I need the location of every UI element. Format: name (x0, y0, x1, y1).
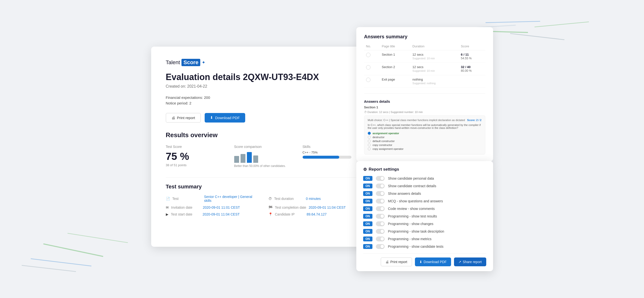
col-score: Score (459, 43, 485, 50)
settings-label-1: Show candidate contract details (388, 184, 436, 188)
flag-icon: 🏁 (268, 206, 272, 209)
clock-icon: ⏱ (268, 197, 272, 201)
radio-icon (368, 140, 371, 143)
invitation-label: Invitation date (171, 206, 200, 209)
location-icon: 📍 (268, 212, 272, 216)
table-row: Section 1 12 secs Suggested: 10 min 6 / … (364, 50, 485, 62)
option-text: copy constructor (373, 144, 392, 146)
list-item: destructor (368, 136, 482, 139)
skills-bar-label: C++ - 75% (302, 151, 361, 154)
ip-label: Candidate IP (275, 212, 304, 216)
settings-label-4: Code review - show comments (388, 207, 435, 211)
toggle-on-2[interactable]: ON (363, 191, 372, 196)
settings-download-button[interactable]: ⬇ Download PDF (415, 258, 451, 266)
printer-icon: 🖨 (172, 116, 175, 120)
toggle-on-3[interactable]: ON (363, 199, 372, 204)
skills-bar-track (302, 156, 352, 159)
test-icon: 📄 (166, 197, 170, 201)
summary-grid: 📄 Test Senior C++ developer | General sk… (166, 195, 361, 216)
option-text: destructor (373, 136, 385, 139)
toggle-slider-5[interactable] (376, 214, 385, 219)
question-header: Multi choice: C++ | Special class member… (368, 119, 482, 122)
settings-card: ⚙ Report settings ON Show candidate pers… (356, 161, 493, 271)
toggle-on-1[interactable]: ON (363, 184, 372, 188)
duration-value: 0 minutes (306, 197, 321, 201)
settings-label-7: Programming - show task description (388, 229, 444, 233)
eval-actions: 🖨 Print report ⬇ Download PDF (166, 113, 361, 122)
settings-row: ON MCQ - show questions and answers (363, 199, 486, 204)
toggle-on-4[interactable]: ON (363, 206, 372, 211)
duration-label: Test duration (274, 197, 304, 201)
score-comparison-bars (234, 151, 293, 163)
toggle-slider-9[interactable] (376, 244, 385, 249)
answers-divider (364, 93, 485, 94)
bar-4 (253, 155, 258, 163)
settings-row: ON Show candidate personal data (363, 176, 486, 181)
test-score-label: Test Score (166, 145, 224, 149)
settings-row: ON Programming - show task description (363, 229, 486, 234)
settings-row: ON Programming - show changes (363, 221, 486, 226)
toggle-slider-1[interactable] (376, 184, 385, 188)
share-icon: ↗ (458, 260, 461, 264)
radio-icon (368, 132, 371, 135)
printer-small-icon: 🖨 (385, 260, 389, 264)
envelope-icon: ✉ (166, 206, 169, 209)
settings-actions: 🖨 Print report ⬇ Download PDF ↗ Share re… (363, 253, 486, 266)
completion-label: Test completion date (275, 206, 306, 209)
results-overview-title: Results overview (166, 131, 361, 139)
settings-row: ON Show answers details (363, 191, 486, 196)
toggle-on-8[interactable]: ON (363, 237, 372, 241)
radio-icon (368, 136, 371, 139)
test-summary-title: Test summary (166, 184, 361, 190)
toggle-slider-8[interactable] (376, 237, 385, 241)
summary-duration: ⏱ Test duration 0 minutes (268, 195, 361, 203)
row-duration: 12 secs Suggested: 10 min (410, 50, 459, 62)
option-text: copy assignment operator (373, 147, 404, 150)
bar-1 (234, 156, 239, 163)
settings-row: ON Programming - show metrics (363, 237, 486, 241)
settings-label-8: Programming - show metrics (388, 237, 432, 241)
settings-row: ON Programming - show candidate tests (363, 244, 486, 249)
evaluation-card: Talent Score ✦ Evaluation details 2QXW-U… (151, 47, 376, 247)
answers-summary-title: Answers summary (364, 34, 485, 39)
row-score (459, 75, 485, 87)
print-report-button[interactable]: 🖨 Print report (166, 113, 201, 122)
row-page: Section 1 (380, 50, 410, 62)
brand-header: Talent Score ✦ (166, 59, 361, 66)
answers-details-section: Answers details Section 1 ⏱ Duration: 12… (364, 93, 485, 154)
toggle-on-5[interactable]: ON (363, 214, 372, 219)
bar-2 (240, 154, 246, 163)
row-no (364, 75, 380, 87)
download-pdf-button[interactable]: ⬇ Download PDF (205, 113, 245, 122)
toggle-on-6[interactable]: ON (363, 221, 372, 226)
brand-talent-label: Talent (166, 59, 180, 66)
toggle-on-9[interactable]: ON (363, 244, 372, 249)
completion-value: 2020-09-01 11:04 CEST (309, 206, 346, 209)
toggle-slider-7[interactable] (376, 229, 385, 234)
skills-label: Skills (302, 145, 361, 149)
skills-bar-fill (302, 156, 339, 159)
list-item: default constructor (368, 140, 482, 143)
eval-created-date: Created on: 2021-04-22 (166, 84, 361, 89)
row-score: 32 / 40 80.00 % (459, 62, 485, 75)
ip-value: 89.64.74.127 (307, 212, 327, 216)
toggle-slider-6[interactable] (376, 221, 385, 226)
answer-options: assignment operator destructor default c… (368, 132, 482, 150)
toggle-slider-0[interactable] (376, 176, 385, 181)
toggle-on-7[interactable]: ON (363, 229, 372, 234)
eval-title: Evaluation details 2QXW-UT93-E4DX (166, 72, 361, 82)
toggle-on-0[interactable]: ON (363, 176, 372, 181)
toggle-slider-4[interactable] (376, 206, 385, 211)
question-text: In C++, which class special member funct… (368, 123, 482, 129)
table-row: Section 2 12 secs Suggested: 10 min 32 /… (364, 62, 485, 75)
share-report-button[interactable]: ↗ Share report (454, 258, 486, 266)
main-wrapper: Talent Score ✦ Evaluation details 2QXW-U… (0, 0, 644, 298)
list-item: copy assignment operator (368, 147, 482, 150)
toggle-slider-2[interactable] (376, 191, 385, 196)
toggle-slider-3[interactable] (376, 199, 385, 204)
test-score-section: Test Score 75 % 38 of 51 points (166, 145, 224, 168)
summary-start: ▶ Test start date 2020-09-01 11:04 CEST (166, 212, 259, 216)
col-no: No. (364, 43, 380, 50)
settings-print-button[interactable]: 🖨 Print report (381, 258, 412, 266)
test-value: Senior C++ developer | General skills (204, 195, 259, 203)
